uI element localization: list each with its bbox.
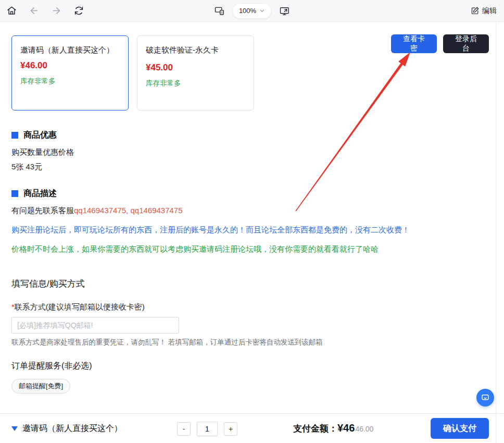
- page-content: 邀请码（新人直接买这个） ¥46.00 库存非常多 破走软件验证-永久卡 ¥45…: [0, 22, 504, 443]
- selected-product-summary[interactable]: 邀请码（新人直接买这个）: [11, 423, 122, 434]
- refresh-icon[interactable]: [73, 5, 84, 16]
- zoom-level-value: 100%: [239, 7, 256, 15]
- responsive-device-icon[interactable]: 0: [214, 5, 225, 16]
- right-divider: [496, 22, 496, 443]
- product-title: 破走软件验证-永久卡: [146, 44, 245, 56]
- view-card-key-button[interactable]: 查看卡密: [391, 34, 437, 53]
- zoom-level-dropdown[interactable]: 100%: [232, 3, 272, 19]
- edit-button[interactable]: 编辑: [471, 6, 497, 16]
- browser-toolbar: 0 100% 编辑: [0, 0, 504, 22]
- home-icon[interactable]: [6, 5, 17, 16]
- quantity-stepper: - +: [177, 422, 237, 436]
- open-in-new-window-icon[interactable]: [279, 5, 290, 16]
- toolbar-nav-group: [0, 5, 84, 16]
- promo-line2: 5张 43元: [11, 162, 42, 172]
- selected-product-name: 邀请码（新人直接买这个）: [22, 423, 122, 434]
- product-price: ¥45.00: [146, 63, 245, 73]
- contact-service-line: 有问题先联系客服qq1469437475, qq1469437475: [11, 206, 183, 216]
- checkout-bar: 邀请码（新人直接买这个） - + 支付金额： ¥46 46.00 确认支付: [0, 414, 504, 443]
- back-icon[interactable]: [29, 5, 40, 16]
- product-price: ¥46.00: [20, 60, 120, 71]
- form-heading: 填写信息/购买方式: [11, 278, 85, 290]
- quantity-decrease-button[interactable]: -: [177, 422, 191, 436]
- description-line-blue: 购买注册论坛后，即可玩论坛所有的东西，注册后的账号是永久的！而且论坛全部东西都是…: [11, 225, 496, 235]
- chevron-down-icon: [259, 8, 265, 14]
- promo-heading-label: 商品优惠: [23, 130, 57, 141]
- blue-square-icon: [11, 132, 18, 139]
- contact-field-label: *联系方式(建议填写邮箱以便接收卡密): [11, 302, 145, 312]
- notify-heading: 订单提醒服务(非必选): [11, 361, 92, 372]
- forward-icon[interactable]: [51, 5, 62, 16]
- edit-label: 编辑: [482, 6, 497, 16]
- contact-qq-numbers: qq1469437475, qq1469437475: [74, 206, 183, 215]
- toolbar-view-group: 0 100%: [214, 3, 290, 19]
- quantity-increase-button[interactable]: +: [224, 422, 237, 436]
- svg-text:0: 0: [221, 11, 222, 14]
- description-heading-label: 商品描述: [23, 188, 57, 199]
- contact-input[interactable]: [11, 317, 179, 334]
- description-line-green: 价格时不时会上涨，如果你需要的东西就可以考虑购买邀请码注册论坛哦，没有你需要的就…: [11, 244, 496, 254]
- confirm-pay-button[interactable]: 确认支付: [431, 418, 489, 439]
- email-reminder-chip[interactable]: 邮箱提醒[免费]: [11, 379, 70, 393]
- payment-total-amount: ¥46: [337, 422, 355, 434]
- chat-bubble-icon: [481, 393, 490, 402]
- collapse-triangle-icon: [11, 426, 18, 431]
- product-card-invite-code[interactable]: 邀请码（新人直接买这个） ¥46.00 库存非常多: [11, 35, 129, 110]
- promo-line1: 购买数量优惠价格: [11, 147, 74, 157]
- description-section-heading: 商品描述: [11, 188, 57, 199]
- product-stock: 库存非常多: [146, 79, 245, 88]
- blue-square-icon: [11, 190, 18, 197]
- payment-total-decimal: 46.00: [355, 425, 373, 433]
- admin-login-button[interactable]: 登录后台: [443, 34, 489, 53]
- contact-help-text: 联系方式是商家处理售后的重要凭证，请勿乱写！ 若填写邮箱，订单通过后卡密将自动发…: [11, 338, 323, 347]
- payment-total: 支付金额： ¥46 46.00: [293, 422, 373, 435]
- customer-service-chat-button[interactable]: [476, 389, 494, 407]
- edit-pencil-icon: [471, 6, 480, 15]
- product-stock: 库存非常多: [20, 77, 120, 86]
- quantity-input[interactable]: [197, 422, 218, 436]
- product-card-software-key[interactable]: 破走软件验证-永久卡 ¥45.00 库存非常多: [137, 35, 254, 110]
- promo-section-heading: 商品优惠: [11, 130, 57, 141]
- payment-total-label: 支付金额：: [293, 423, 337, 435]
- product-title: 邀请码（新人直接买这个）: [20, 44, 120, 56]
